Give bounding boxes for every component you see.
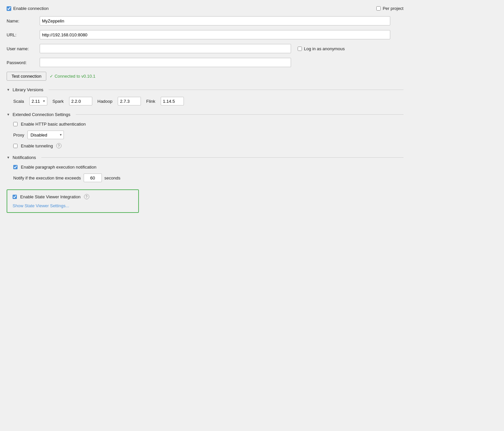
state-viewer-row: Enable State Viewer Integration ? [13, 194, 133, 199]
http-auth-label: Enable HTTP basic authentication [21, 122, 86, 127]
tunneling-help-icon[interactable]: ? [56, 143, 62, 148]
notify-exceed-row: Notify if the execution time exceeds sec… [13, 174, 403, 182]
hadoop-label: Hadoop [98, 99, 113, 104]
per-project-area[interactable]: Per project [376, 6, 403, 11]
per-project-checkbox[interactable] [376, 6, 381, 11]
notify-exceed-label: Notify if the execution time exceeds [13, 176, 81, 180]
enable-connection-wrapper[interactable]: Enable connection [7, 6, 49, 11]
name-input[interactable] [40, 16, 390, 25]
paragraph-notification-label: Enable paragraph execution notification [21, 165, 96, 170]
hadoop-input[interactable] [118, 97, 141, 105]
url-input[interactable] [40, 30, 390, 39]
anon-area[interactable]: Log in as anonymous [298, 46, 345, 51]
tunneling-checkbox[interactable] [13, 144, 18, 148]
flink-label: Flink [146, 99, 155, 104]
state-viewer-label: Enable State Viewer Integration [20, 194, 81, 199]
tunneling-row: Enable tunneling ? [13, 143, 403, 148]
tunneling-label: Enable tunneling [21, 143, 53, 148]
paragraph-notification-checkbox[interactable] [13, 165, 18, 169]
seconds-label: seconds [105, 176, 120, 180]
extended-settings-divider [76, 114, 403, 115]
library-versions-title: Library Versions [13, 87, 43, 92]
extended-settings-triangle[interactable]: ▼ [7, 113, 10, 116]
proxy-select[interactable]: Disabled HTTP SOCKS5 [27, 131, 64, 139]
notifications-section-header: ▼ Notifications [7, 155, 403, 160]
name-label: Name: [7, 19, 40, 23]
notifications-content: Enable paragraph execution notification … [13, 165, 403, 182]
show-state-viewer-settings-link[interactable]: Show State Viewer Settings... [13, 203, 133, 208]
test-connection-row: Test connection ✓ Connected to v0.10.1 [7, 72, 403, 81]
username-row: User name: Log in as anonymous [7, 44, 403, 53]
scala-label: Scala [13, 99, 24, 104]
test-connection-button[interactable]: Test connection [7, 72, 46, 81]
state-viewer-checkbox[interactable] [13, 195, 17, 199]
notifications-triangle[interactable]: ▼ [7, 156, 10, 159]
proxy-select-wrapper[interactable]: Disabled HTTP SOCKS5 [27, 131, 64, 139]
state-viewer-box: Enable State Viewer Integration ? Show S… [7, 189, 139, 213]
enable-connection-label: Enable connection [13, 6, 49, 11]
name-row: Name: [7, 16, 403, 25]
library-versions-section-header: ▼ Library Versions [7, 87, 403, 92]
connection-status: ✓ Connected to v0.10.1 [50, 74, 95, 79]
spark-label: Spark [53, 99, 64, 104]
state-viewer-help-icon[interactable]: ? [84, 194, 89, 199]
notifications-title: Notifications [13, 155, 36, 160]
enable-connection-checkbox[interactable] [7, 6, 11, 11]
flink-input[interactable] [161, 97, 184, 105]
username-label: User name: [7, 46, 40, 51]
scala-select[interactable]: 2.11 2.12 [29, 97, 47, 105]
proxy-row: Proxy Disabled HTTP SOCKS5 [13, 131, 403, 139]
settings-form: Enable connection Per project Name: URL:… [7, 6, 403, 213]
library-versions-divider [49, 90, 403, 90]
top-row: Enable connection Per project [7, 6, 403, 11]
http-auth-row: Enable HTTP basic authentication [13, 122, 403, 127]
url-label: URL: [7, 32, 40, 37]
log-in-anonymous-label: Log in as anonymous [304, 46, 345, 51]
extended-settings-content: Enable HTTP basic authentication Proxy D… [13, 122, 403, 148]
username-input[interactable] [40, 44, 291, 53]
spark-input[interactable] [69, 97, 92, 105]
library-versions-triangle[interactable]: ▼ [7, 88, 10, 92]
notify-seconds-input[interactable] [84, 174, 102, 182]
per-project-label: Per project [383, 6, 403, 11]
password-input[interactable] [40, 58, 291, 67]
extended-settings-title: Extended Connection Settings [13, 112, 70, 117]
extended-settings-section-header: ▼ Extended Connection Settings [7, 112, 403, 117]
password-row: Password: [7, 58, 403, 67]
password-label: Password: [7, 60, 40, 65]
log-in-anonymous-checkbox[interactable] [298, 47, 302, 51]
url-row: URL: [7, 30, 403, 39]
http-auth-checkbox[interactable] [13, 122, 18, 126]
proxy-label: Proxy [13, 133, 24, 137]
paragraph-notification-row: Enable paragraph execution notification [13, 165, 403, 170]
notifications-divider [41, 157, 403, 158]
library-row: Scala 2.11 2.12 Spark Hadoop Flink [13, 97, 403, 105]
scala-select-wrapper[interactable]: 2.11 2.12 [29, 97, 47, 105]
